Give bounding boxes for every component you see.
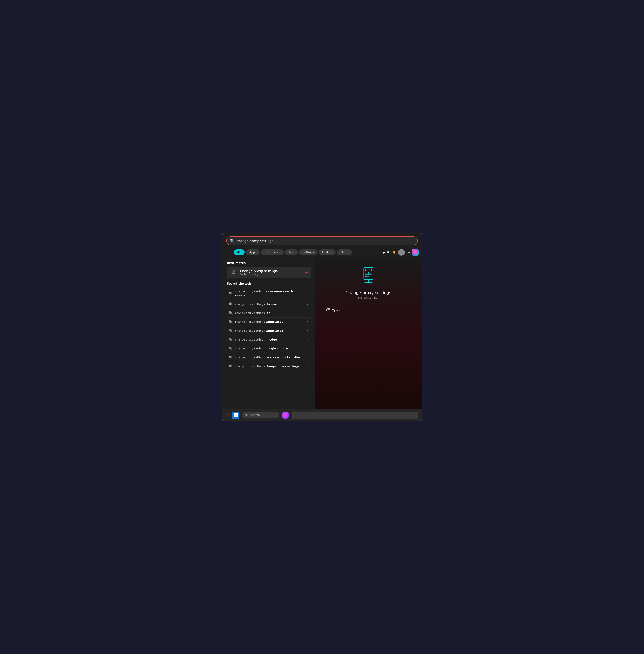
chevron-right-icon: > <box>306 338 309 341</box>
open-label: Open <box>332 309 340 312</box>
more-button[interactable]: ••• <box>407 250 410 254</box>
search-web-icon: 🔍 <box>229 320 233 324</box>
chevron-right-icon: > <box>306 356 309 359</box>
svg-point-0 <box>413 250 417 254</box>
search-input[interactable] <box>236 239 414 243</box>
search-web-icon: 🔍 <box>229 291 233 295</box>
taskbar-search-label: Search <box>250 414 260 417</box>
web-result-text: change proxy settings windows 10 <box>235 320 304 324</box>
tab-settings[interactable]: Settings <box>299 249 317 255</box>
web-result-text: change proxy settings google chrome <box>235 347 304 350</box>
best-match-item[interactable]: Change proxy settings System settings ← <box>227 267 310 278</box>
list-item[interactable]: 🔍 change proxy settings to access blocke… <box>227 353 310 362</box>
best-match-text: Change proxy settings System settings <box>240 269 308 275</box>
filter-row-right: ▶ 87 🏆 ••• <box>383 249 419 256</box>
search-web-icon: 🔍 <box>229 302 233 306</box>
tab-photos[interactable]: Photo… <box>337 249 352 255</box>
play-icon: ▶ <box>383 250 385 254</box>
taskbar-inactive-area <box>292 412 418 419</box>
avatar[interactable] <box>398 249 405 256</box>
trophy-icon: 🏆 <box>392 250 396 254</box>
chevron-right-icon: > <box>306 329 309 332</box>
tab-all[interactable]: All <box>234 249 245 255</box>
list-item[interactable]: 🔍 change proxy settings windows 11 > <box>227 326 310 335</box>
svg-point-5 <box>233 274 234 275</box>
filter-row: ← All Apps Documents Web Settings Folder… <box>223 248 421 258</box>
score-badge: 87 <box>387 250 391 254</box>
divider <box>325 304 411 304</box>
search-window: 🔍 ← All Apps Documents Web Settings Fold… <box>222 233 422 421</box>
list-item[interactable]: 🔍 change proxy settings - See more searc… <box>227 287 310 300</box>
copilot-icon[interactable] <box>412 249 419 256</box>
web-result-text: change proxy settings chrome <box>235 302 304 306</box>
search-icon: 🔍 <box>230 239 234 243</box>
taskbar-app-icon[interactable] <box>282 412 289 419</box>
search-input-wrapper: 🔍 <box>226 236 418 245</box>
tab-apps[interactable]: Apps <box>246 249 260 255</box>
chevron-right-icon: > <box>306 320 309 323</box>
web-result-text: change proxy settings windows 11 <box>235 329 304 333</box>
chevron-right-icon: > <box>306 302 309 306</box>
right-panel: Change proxy settings System settings Op… <box>315 258 421 409</box>
svg-rect-2 <box>233 270 235 271</box>
web-result-text: change proxy settings lan <box>235 311 304 315</box>
search-web-icon: 🔍 <box>229 329 233 333</box>
red-arrow-icon: ← <box>305 270 308 275</box>
taskbar-arrow-icon: → <box>226 413 229 417</box>
web-result-text: change proxy settings - See more search … <box>235 290 304 297</box>
search-web-icon: 🔍 <box>229 356 233 359</box>
search-web-label: Search the web <box>227 282 310 285</box>
search-web-icon: 🔍 <box>229 364 233 368</box>
search-web-icon: 🔍 <box>229 338 233 342</box>
svg-rect-7 <box>366 269 371 271</box>
open-icon <box>326 308 330 313</box>
tab-folders[interactable]: Folders <box>319 249 336 255</box>
web-result-text: change proxy settings change proxy setti… <box>235 364 304 368</box>
svg-point-9 <box>368 272 369 273</box>
svg-rect-4 <box>233 272 234 273</box>
list-item[interactable]: 🔍 change proxy settings windows 10 > <box>227 318 310 326</box>
svg-rect-3 <box>233 271 235 272</box>
right-panel-subtitle: System settings <box>358 296 379 299</box>
proxy-settings-icon <box>230 269 237 276</box>
open-button[interactable]: Open <box>326 308 340 313</box>
search-web-icon: 🔍 <box>229 347 233 350</box>
chevron-right-icon: > <box>306 347 309 350</box>
tab-documents[interactable]: Documents <box>261 249 284 255</box>
back-button[interactable]: ← <box>225 249 232 256</box>
web-result-text: change proxy settings in edge <box>235 338 304 341</box>
windows-start-button[interactable] <box>232 412 239 419</box>
best-match-title: Change proxy settings <box>240 269 308 273</box>
proxy-icon-area <box>358 267 380 286</box>
search-web-icon: 🔍 <box>229 311 233 315</box>
taskbar-search[interactable]: 🔍 Search <box>242 412 279 418</box>
list-item[interactable]: 🔍 change proxy settings google chrome > <box>227 344 310 353</box>
right-panel-title: Change proxy settings <box>345 290 391 295</box>
left-panel: Best match Change proxy settings System … <box>223 258 315 409</box>
web-result-text: change proxy settings to access blocked … <box>235 356 304 359</box>
chevron-right-icon: > <box>306 312 309 314</box>
best-match-label: Best match <box>227 261 310 265</box>
list-item[interactable]: 🔍 change proxy settings in edge > <box>227 335 310 344</box>
chevron-right-icon: > <box>306 292 309 295</box>
main-content: Best match Change proxy settings System … <box>223 258 421 409</box>
chevron-right-icon: > <box>306 365 309 368</box>
search-bar-area: 🔍 <box>223 233 421 248</box>
best-match-subtitle: System settings <box>240 273 308 275</box>
list-item[interactable]: 🔍 change proxy settings chrome > <box>227 300 310 309</box>
taskbar-search-icon: 🔍 <box>245 413 249 417</box>
svg-rect-11 <box>366 276 369 277</box>
list-item[interactable]: 🔍 change proxy settings lan > <box>227 309 310 318</box>
taskbar: → 🔍 Search <box>223 409 421 421</box>
svg-point-17 <box>283 413 287 417</box>
windows-logo <box>234 413 238 417</box>
list-item[interactable]: 🔍 change proxy settings change proxy set… <box>227 362 310 371</box>
svg-rect-10 <box>366 274 371 275</box>
tab-web[interactable]: Web <box>285 249 298 255</box>
svg-rect-16 <box>327 309 329 311</box>
